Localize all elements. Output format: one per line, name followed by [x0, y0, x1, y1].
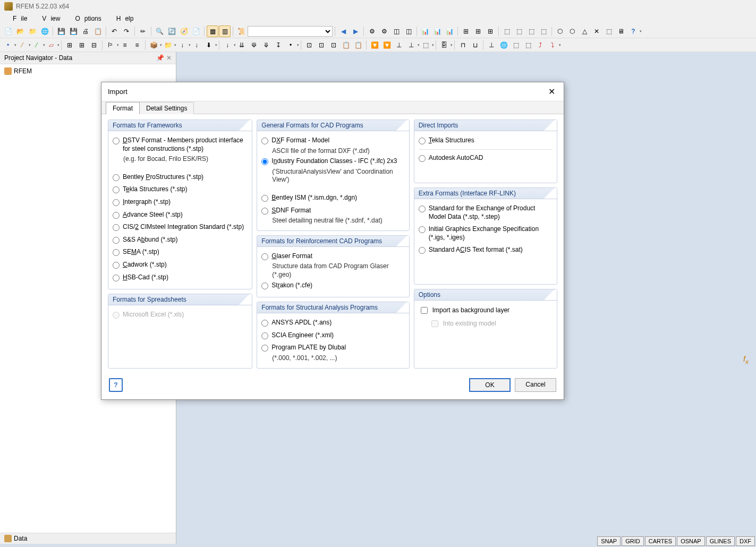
dd-icon[interactable]: ▾ — [432, 39, 434, 51]
chart3-icon[interactable]: 📊 — [444, 25, 455, 37]
opt-icon[interactable]: ⚙ — [378, 25, 390, 37]
radio-input[interactable] — [261, 208, 268, 215]
pencil-icon[interactable]: ✏ — [137, 25, 149, 37]
checkbox-input[interactable] — [421, 307, 428, 314]
radio-option[interactable]: S&S Abbund (*.stp) — [113, 234, 248, 246]
t3-icon[interactable]: △ — [579, 25, 590, 37]
m2-icon[interactable]: ⊔ — [469, 39, 481, 51]
sup2-icon[interactable]: ≡ — [131, 39, 143, 51]
undo-icon[interactable]: ↶ — [108, 25, 120, 37]
cube3-icon[interactable]: ⬚ — [525, 25, 537, 37]
dd-icon[interactable]: ▾ — [174, 39, 176, 51]
m1-icon[interactable]: ⊓ — [457, 39, 469, 51]
ar4-icon[interactable]: ⤋ — [260, 39, 272, 51]
new-icon[interactable]: 📄 — [2, 25, 14, 37]
ar3-icon[interactable]: ⟱ — [248, 39, 260, 51]
dd-icon[interactable]: ▾ — [189, 39, 190, 51]
radio-input[interactable] — [113, 275, 120, 281]
sup1-icon[interactable]: ≡ — [119, 39, 131, 51]
refresh-icon[interactable]: 🔄 — [166, 25, 177, 37]
radio-input[interactable] — [113, 224, 120, 231]
radio-option[interactable]: Standard for the Exchange of Product Mod… — [419, 202, 553, 223]
node-icon[interactable]: • — [2, 39, 14, 51]
panel2-icon[interactable]: ▥ — [219, 25, 231, 37]
radio-option[interactable]: Advance Steel (*.stp) — [113, 209, 248, 221]
radio-option[interactable]: SDNF Format — [261, 204, 404, 217]
close-icon[interactable]: ✕ — [166, 54, 172, 62]
radio-option[interactable]: DXF Format - Model — [261, 134, 404, 147]
radio-input[interactable] — [113, 249, 120, 256]
radio-input[interactable] — [113, 186, 120, 193]
status-dxf[interactable]: DXF — [736, 536, 755, 546]
radio-option[interactable]: Standard ACIS Text format (*.sat) — [419, 244, 553, 257]
radio-input[interactable] — [261, 138, 268, 144]
folder-icon[interactable]: 📁 — [27, 25, 38, 37]
m3-icon[interactable]: ⬚ — [510, 39, 522, 51]
radio-option[interactable]: CIS/2 CIMsteel Integration Standard (*.s… — [113, 221, 248, 234]
radio-option[interactable]: Bentley ISM (*.ism.dgn, *.dgn) — [261, 192, 404, 204]
render-icon[interactable]: ◫ — [403, 25, 414, 37]
radio-input[interactable] — [419, 138, 426, 144]
dd-icon[interactable]: ▾ — [234, 39, 235, 51]
menu-help[interactable]: Help — [108, 14, 138, 23]
m6-icon[interactable]: ⤵ — [547, 39, 558, 51]
m4-icon[interactable]: ⬚ — [522, 39, 534, 51]
next-icon[interactable]: ▶ — [350, 25, 361, 37]
sel1-icon[interactable]: ⊡ — [303, 39, 315, 51]
radio-input[interactable] — [113, 212, 120, 219]
cube4-icon[interactable]: ⬚ — [538, 25, 549, 37]
search-icon[interactable]: 🔍 — [154, 25, 165, 37]
radio-input[interactable] — [261, 195, 268, 202]
browser-icon[interactable]: 🌐 — [39, 25, 50, 37]
dd-icon[interactable]: ▾ — [418, 39, 419, 51]
v2-icon[interactable]: 🔽 — [381, 39, 393, 51]
radio-input[interactable] — [113, 237, 120, 244]
f2-icon[interactable]: ↓ — [191, 39, 202, 51]
status-cartes[interactable]: CARTES — [645, 536, 676, 546]
radio-input[interactable] — [113, 199, 120, 206]
chart1-icon[interactable]: 📊 — [419, 25, 431, 37]
dd-icon[interactable]: ▾ — [29, 39, 30, 51]
radio-option[interactable]: HSB-Cad (*.stp) — [113, 271, 248, 284]
t1-icon[interactable]: ⬡ — [554, 25, 566, 37]
radio-option[interactable]: Initial Graphics Exchange Specification … — [419, 223, 553, 244]
cube cube-icon[interactable]: ⬚ — [501, 25, 513, 37]
radio-input[interactable] — [113, 138, 120, 144]
help-icon[interactable]: ? — [627, 25, 639, 37]
t4-icon[interactable]: ✕ — [591, 25, 602, 37]
status-glines[interactable]: GLINES — [706, 536, 735, 546]
doc2-icon[interactable]: 📄 — [190, 25, 202, 37]
dd-icon[interactable]: ▾ — [43, 39, 45, 51]
dd-icon[interactable]: ▾ — [14, 39, 16, 51]
help-button[interactable]: ? — [109, 378, 123, 392]
globe-icon[interactable]: 🌐 — [498, 39, 509, 51]
radio-input[interactable] — [419, 155, 426, 162]
doc-icon[interactable]: 📋 — [92, 25, 104, 37]
dd-icon[interactable]: ▾ — [297, 39, 299, 51]
redo-icon[interactable]: ↷ — [121, 25, 132, 37]
grid3-icon[interactable]: ⊞ — [485, 25, 496, 37]
radio-input[interactable] — [261, 283, 268, 289]
status-snap[interactable]: SNAP — [597, 536, 621, 546]
radio-option[interactable]: Tekla Structures — [419, 134, 553, 147]
pin-icon[interactable]: 📌 — [156, 54, 164, 62]
saveall-icon[interactable]: 💾 — [67, 25, 79, 37]
v3-icon[interactable]: ⊥ — [393, 39, 405, 51]
radio-input[interactable] — [261, 253, 268, 260]
ar1-icon[interactable]: ↓ — [222, 39, 233, 51]
radio-option[interactable]: Bentley ProStructures (*.stp) — [113, 171, 248, 184]
menu-options[interactable]: Options — [66, 14, 105, 23]
ar2-icon[interactable]: ⇊ — [236, 39, 248, 51]
v1-icon[interactable]: 🔽 — [369, 39, 380, 51]
sel3-icon[interactable]: ⊡ — [328, 39, 339, 51]
dd-icon[interactable]: ▾ — [160, 39, 162, 51]
radio-option[interactable]: SEMA (*.stp) — [113, 246, 248, 259]
dd-icon[interactable]: ▾ — [559, 39, 560, 51]
radio-input[interactable] — [419, 226, 426, 233]
cancel-button[interactable]: Cancel — [515, 378, 556, 392]
ar6-icon[interactable]: • — [285, 39, 296, 51]
radio-input[interactable] — [419, 247, 426, 254]
axis-icon[interactable]: ⊥ — [486, 39, 497, 51]
a2-icon[interactable]: ⊞ — [76, 39, 88, 51]
tab-detail-settings[interactable]: Detail Settings — [139, 102, 194, 114]
